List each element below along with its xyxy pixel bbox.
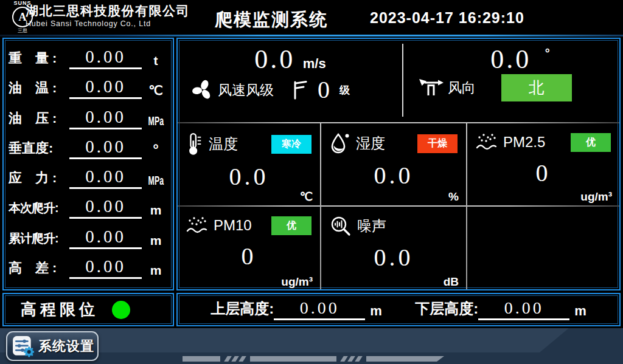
sensor-unit: ug/m³ [281, 275, 313, 289]
sensor-name: PM2.5 [503, 134, 545, 151]
wind-level-value: 0 [318, 78, 330, 102]
status-badge: 干燥 [417, 134, 458, 153]
metric-unit: m [144, 233, 168, 249]
metric-label: 应 力 : [9, 169, 68, 189]
droplet-icon [330, 132, 350, 155]
upper-height-unit: m [370, 303, 382, 320]
upper-height-label: 上层高度: [211, 299, 274, 320]
company-name-en: Hubei Sansi Technology Co., Ltd [26, 19, 190, 28]
noise-icon [330, 215, 352, 237]
status-badge: 寒冷 [271, 135, 312, 154]
settings-icon [12, 335, 34, 357]
dust-icon [476, 132, 498, 153]
metric-row-weight: 重 量 : 0.00 t [9, 48, 168, 69]
metric-label: 油 压 : [9, 109, 68, 129]
lower-height-group: 下层高度: 0.00 m [415, 299, 586, 320]
metric-label: 重 量 : [9, 49, 68, 69]
metric-unit: ° [144, 141, 168, 159]
metric-value: 0.00 [69, 168, 142, 189]
metric-row-oil-pressure: 油 压 : 0.00 MPa [9, 108, 168, 129]
wind-speed-unit: m/s [303, 56, 326, 71]
metric-row-height-diff: 高 差 : 0.00 m [9, 258, 168, 279]
elevation-limit-label: 高程限位 [21, 299, 99, 320]
dust-icon [186, 215, 208, 236]
logo-sansi-text: 三思 [18, 28, 27, 33]
settings-button-label: 系统设置 [38, 337, 94, 355]
footer-stripes [183, 356, 444, 362]
sensor-value: 0.0 [321, 246, 466, 270]
wind-row: 0.0 m/s 风速风级 [178, 39, 619, 122]
datetime-display: 2023-04-17 16:29:10 [370, 9, 524, 27]
sensor-unit: % [448, 190, 459, 204]
sensor-cell-humidity: 湿度 干燥 0.0 % [321, 123, 466, 205]
metric-row-current-climb: 本次爬升: 0.00 m [9, 197, 168, 219]
sensor-cell-temperature: 温度 寒冷 0.0 ℃ [178, 123, 320, 205]
metric-value: 0.00 [69, 108, 142, 129]
metric-value: 0.00 [69, 138, 142, 159]
metric-unit: MPa [148, 174, 164, 189]
metric-value: 0.00 [69, 258, 142, 279]
wind-direction-value-box: 北 [501, 74, 572, 101]
metric-value: 0.00 [69, 48, 142, 69]
metric-label: 累计爬升: [9, 230, 68, 249]
thermometer-icon [186, 132, 203, 156]
lower-height-value: 0.00 [478, 300, 569, 320]
sensor-cell-noise: 噪声 0.0 dB [321, 207, 466, 290]
metric-label: 垂直度: [9, 139, 68, 159]
sensor-unit: dB [444, 275, 459, 289]
metric-label: 高 差 : [9, 259, 68, 279]
sensor-cell-pm25: PM2.5 优 0 ug/m³ [467, 123, 619, 205]
sensor-value: 0.0 [178, 165, 320, 189]
sensor-name: 湿度 [356, 134, 385, 153]
wind-speed-section: 0.0 m/s 风速风级 [178, 39, 403, 122]
wind-direction-section: 0.0 ° 风向 北 [403, 39, 619, 122]
header-divider [0, 35, 623, 36]
metric-row-stress: 应 力 : 0.00 MPa [9, 168, 168, 189]
sensor-cell-empty [467, 207, 619, 290]
company-name-cn: 湖北三思科技股份有限公司 [26, 4, 190, 18]
wind-level-flag-icon [292, 80, 308, 100]
elevation-limit-box: 高程限位 [2, 293, 174, 326]
metric-label: 本次爬升: [9, 200, 68, 219]
wind-level-unit: 级 [339, 83, 350, 97]
upper-height-value: 0.00 [274, 300, 365, 320]
upper-height-group: 上层高度: 0.00 m [211, 299, 382, 320]
wind-direction-unit: ° [545, 46, 550, 60]
metric-row-oil-temp: 油 温 : 0.00 ℃ [9, 78, 168, 99]
sensor-name: 噪声 [357, 216, 386, 236]
status-badge: 优 [571, 133, 611, 152]
lower-height-label: 下层高度: [415, 299, 478, 320]
sensor-cell-pm10: PM10 优 0 ug/m³ [178, 207, 320, 290]
wind-direction-label: 风向 [448, 78, 476, 97]
wind-vane-icon [417, 76, 444, 100]
wind-speed-value: 0.0 [254, 44, 295, 74]
sensor-unit: ug/m³ [580, 190, 612, 204]
sensor-value: 0 [467, 161, 619, 185]
fan-icon [191, 78, 214, 101]
sensor-name: 温度 [209, 134, 238, 154]
metric-unit: t [144, 53, 168, 69]
metric-row-verticality: 垂直度: 0.00 ° [9, 138, 168, 159]
wind-direction-value: 0.0 [490, 44, 531, 74]
status-badge: 优 [271, 216, 312, 235]
header-bar: SUNS A 三思 湖北三思科技股份有限公司 Hubei Sansi Techn… [0, 0, 623, 35]
company-name-block: 湖北三思科技股份有限公司 Hubei Sansi Technology Co.,… [26, 4, 190, 28]
metric-value: 0.00 [69, 228, 142, 249]
metric-value: 0.00 [69, 78, 142, 99]
metric-unit: MPa [148, 114, 164, 129]
metric-unit: m [144, 263, 168, 279]
sensor-value: 0 [178, 244, 320, 269]
main-panel: 0.0 m/s 风速风级 [176, 38, 621, 290]
sensor-unit: ℃ [300, 190, 313, 204]
elevation-limit-status-light [112, 301, 130, 319]
heights-box: 上层高度: 0.00 m 下层高度: 0.00 m [176, 293, 621, 326]
metric-label: 油 温 : [9, 79, 68, 99]
lower-height-unit: m [574, 303, 586, 320]
settings-button[interactable]: 系统设置 [6, 331, 99, 361]
metric-unit: ℃ [144, 83, 168, 99]
wind-speed-label: 风速风级 [218, 81, 274, 100]
page-title: 爬模监测系统 [215, 8, 328, 32]
metric-value: 0.00 [69, 197, 142, 219]
metrics-panel: 重 量 : 0.00 t 油 温 : 0.00 ℃ 油 压 : 0.00 MPa… [2, 38, 174, 290]
sensor-name: PM10 [214, 217, 252, 234]
